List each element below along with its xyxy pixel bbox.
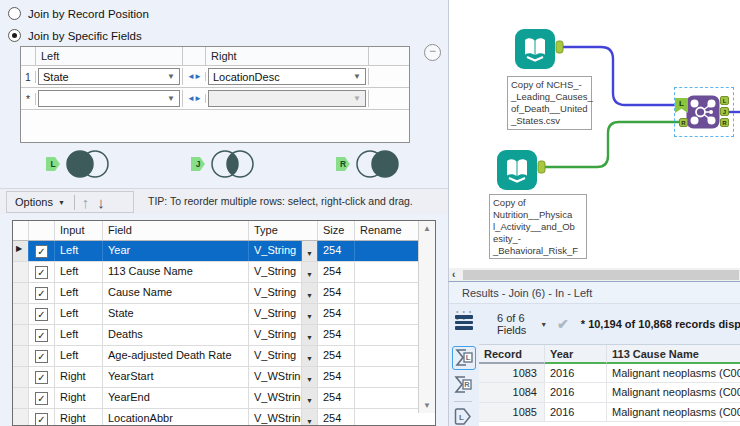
- type-dropdown-button[interactable]: ▼: [302, 262, 318, 282]
- field-checkbox[interactable]: ✓: [29, 388, 55, 408]
- field-row[interactable]: ✓LeftStateV_String▼254: [13, 304, 435, 325]
- header-113-cause-name[interactable]: 113 Cause Name: [607, 345, 740, 364]
- type-dropdown-button[interactable]: ▼: [302, 388, 318, 408]
- field-rename-cell[interactable]: [355, 388, 420, 408]
- field-type-cell[interactable]: V_String: [249, 346, 302, 366]
- checkbox-checked-icon[interactable]: ✓: [35, 392, 48, 405]
- field-type-cell[interactable]: V_String: [249, 283, 302, 303]
- field-size-cell[interactable]: 254: [318, 283, 355, 303]
- input-left-anchor-button[interactable]: L: [452, 346, 476, 370]
- type-dropdown-button[interactable]: ▼: [302, 346, 318, 366]
- field-checkbox[interactable]: ✓: [29, 283, 55, 303]
- field-size-cell[interactable]: 254: [318, 304, 355, 324]
- checkbox-checked-icon[interactable]: ✓: [35, 266, 48, 279]
- join-output-anchor-right[interactable]: R: [720, 118, 729, 127]
- header-year[interactable]: Year: [545, 345, 607, 364]
- field-rename-cell[interactable]: [355, 409, 420, 426]
- field-rename-cell[interactable]: [355, 262, 420, 282]
- type-dropdown-button[interactable]: ▼: [302, 241, 318, 261]
- layout-rows-icon[interactable]: [455, 315, 473, 331]
- field-size-cell[interactable]: 254: [318, 262, 355, 282]
- field-row[interactable]: ✓RightYearStartV_WString▼254: [13, 367, 435, 388]
- tool-label-input1[interactable]: Copy of NCHS_- _Leading_Causes_ of_Death…: [507, 76, 592, 130]
- field-type-cell[interactable]: V_String: [249, 325, 302, 345]
- field-type-cell[interactable]: V_String: [249, 262, 302, 282]
- options-menu-button[interactable]: Options: [7, 196, 53, 208]
- field-type-cell[interactable]: V_WString: [249, 388, 302, 408]
- checkbox-checked-icon[interactable]: ✓: [35, 371, 48, 384]
- field-size-cell[interactable]: 254: [318, 367, 355, 387]
- input-right-anchor-button[interactable]: R: [452, 374, 476, 398]
- field-checkbox[interactable]: ✓: [29, 325, 55, 345]
- field-checkbox[interactable]: ✓: [29, 409, 55, 426]
- field-type-cell[interactable]: V_WString: [249, 367, 302, 387]
- field-rename-cell[interactable]: [355, 346, 420, 366]
- field-type-cell[interactable]: V_WString: [249, 409, 302, 426]
- radio-join-by-record-position[interactable]: Join by Record Position: [8, 6, 149, 21]
- move-up-icon[interactable]: ↑: [82, 194, 90, 211]
- field-row[interactable]: ✓Left113 Cause NameV_String▼254: [13, 262, 435, 283]
- checkbox-checked-icon[interactable]: ✓: [35, 308, 48, 321]
- checkbox-checked-icon[interactable]: ✓: [35, 245, 48, 258]
- checkbox-checked-icon[interactable]: ✓: [35, 350, 48, 363]
- scroll-down-icon[interactable]: ▼: [423, 401, 431, 410]
- field-checkbox[interactable]: ✓: [29, 241, 55, 261]
- apply-checkmark-icon[interactable]: ✔: [557, 316, 569, 332]
- vertical-scrollbar[interactable]: ▲ ▼: [418, 221, 435, 413]
- field-size-cell[interactable]: 254: [318, 409, 355, 426]
- checkbox-checked-icon[interactable]: ✓: [35, 329, 48, 342]
- type-dropdown-button[interactable]: ▼: [302, 304, 318, 324]
- field-type-cell[interactable]: V_String: [249, 304, 302, 324]
- right-field-dropdown[interactable]: LocationDesc▼: [208, 68, 366, 85]
- results-row[interactable]: 10842016Malignant neoplasms (C00-C9: [479, 383, 740, 402]
- radio-join-by-specific-fields[interactable]: Join by Specific Fields: [8, 28, 142, 43]
- join-input-anchor-right[interactable]: R: [679, 118, 688, 127]
- fields-summary-dropdown[interactable]: 6 of 6 Fields: [497, 312, 534, 336]
- field-rename-cell[interactable]: [355, 241, 420, 261]
- field-row[interactable]: ▶✓LeftYearV_String▼254: [13, 241, 435, 262]
- join-output-anchor-join[interactable]: J: [720, 107, 729, 116]
- workflow-canvas[interactable]: Copy of NCHS_- _Leading_Causes_ of_Death…: [448, 0, 740, 268]
- results-row[interactable]: 10852016Malignant neoplasms (C00-C9: [479, 403, 740, 422]
- field-checkbox[interactable]: ✓: [29, 367, 55, 387]
- field-type-cell[interactable]: V_String: [249, 241, 302, 261]
- field-row[interactable]: ✓LeftDeathsV_String▼254: [13, 325, 435, 346]
- swap-arrows-icon[interactable]: ◄►: [183, 72, 206, 81]
- join-tool[interactable]: [686, 95, 720, 131]
- tool-label-input2[interactable]: Copy of Nutrition__Physica l_Activity__a…: [489, 194, 587, 259]
- input-data-tool-2[interactable]: [496, 149, 538, 193]
- field-rename-cell[interactable]: [355, 304, 420, 324]
- header-record[interactable]: Record: [479, 345, 545, 364]
- join-output-anchor-left[interactable]: L: [720, 96, 729, 105]
- field-size-cell[interactable]: 254: [318, 388, 355, 408]
- radio-circle-selected-icon[interactable]: [8, 29, 21, 42]
- scroll-up-icon[interactable]: ▲: [423, 224, 431, 233]
- field-rename-cell[interactable]: [355, 367, 420, 387]
- scroll-left-icon[interactable]: ‹: [452, 268, 455, 281]
- field-rename-cell[interactable]: [355, 283, 420, 303]
- field-size-cell[interactable]: 254: [318, 241, 355, 261]
- checkbox-checked-icon[interactable]: ✓: [35, 413, 48, 426]
- type-dropdown-button[interactable]: ▼: [302, 409, 318, 426]
- left-field-dropdown[interactable]: ▼: [38, 90, 180, 107]
- output-left-anchor-button[interactable]: L: [452, 406, 476, 426]
- canvas-horizontal-scrollbar[interactable]: ‹: [448, 268, 740, 281]
- swap-arrows-icon[interactable]: ◄►: [183, 94, 206, 103]
- field-row[interactable]: ✓LeftCause NameV_String▼254: [13, 283, 435, 304]
- field-rename-cell[interactable]: [355, 325, 420, 345]
- field-checkbox[interactable]: ✓: [29, 346, 55, 366]
- field-size-cell[interactable]: 254: [318, 325, 355, 345]
- field-checkbox[interactable]: ✓: [29, 262, 55, 282]
- field-row[interactable]: ✓RightLocationAbbrV_WString▼254: [13, 409, 435, 426]
- type-dropdown-button[interactable]: ▼: [302, 283, 318, 303]
- field-row[interactable]: ✓RightYearEndV_WString▼254: [13, 388, 435, 409]
- input-data-tool-1[interactable]: [514, 28, 556, 72]
- field-checkbox[interactable]: ✓: [29, 304, 55, 324]
- move-down-icon[interactable]: ↓: [97, 194, 105, 211]
- type-dropdown-button[interactable]: ▼: [302, 367, 318, 387]
- results-row[interactable]: 10832016Malignant neoplasms (C00-C9: [479, 364, 740, 383]
- type-dropdown-button[interactable]: ▼: [302, 325, 318, 345]
- checkbox-checked-icon[interactable]: ✓: [35, 287, 48, 300]
- radio-circle-icon[interactable]: [8, 7, 21, 20]
- scrollbar-thumb[interactable]: [463, 270, 739, 280]
